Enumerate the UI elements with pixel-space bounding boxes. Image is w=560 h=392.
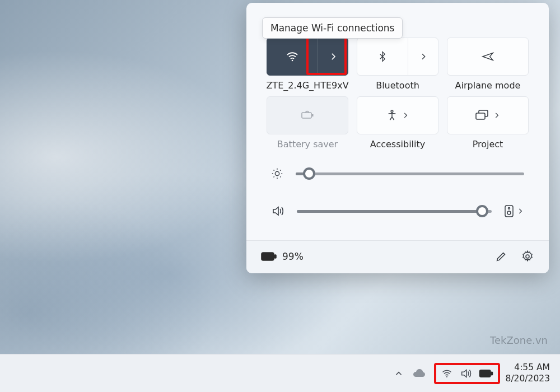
svg-point-9 — [507, 211, 511, 214]
chevron-right-icon — [493, 111, 501, 119]
battery-icon — [261, 251, 277, 262]
battery-tray-icon[interactable] — [479, 369, 493, 378]
wifi-manage-tooltip: Manage Wi-Fi connections — [262, 17, 403, 39]
bluetooth-tile[interactable] — [357, 38, 438, 76]
volume-tray-icon[interactable] — [460, 367, 472, 380]
brightness-slider[interactable] — [296, 172, 524, 175]
brightness-icon — [271, 167, 283, 180]
svg-point-13 — [446, 376, 447, 377]
edit-quick-settings-button[interactable] — [495, 250, 507, 263]
accessibility-tile-label: Accessibility — [370, 139, 425, 150]
airplane-mode-tile[interactable] — [447, 38, 529, 76]
svg-point-12 — [526, 255, 529, 258]
accessibility-icon — [386, 109, 398, 122]
project-icon — [475, 109, 489, 122]
volume-icon — [271, 204, 284, 218]
network-tray-icon[interactable] — [441, 368, 453, 379]
battery-saver-tile[interactable] — [267, 96, 348, 134]
clock-date: 8/20/2023 — [506, 374, 550, 384]
svg-rect-1 — [302, 113, 311, 118]
chevron-right-icon — [419, 52, 428, 61]
project-tile[interactable] — [447, 96, 529, 134]
quick-settings-panel: Manage Wi-Fi connections — [246, 3, 549, 273]
settings-button[interactable] — [521, 250, 534, 263]
svg-rect-14 — [479, 370, 491, 376]
wifi-tile[interactable] — [267, 38, 348, 76]
svg-rect-10 — [262, 253, 274, 260]
svg-rect-15 — [491, 372, 492, 375]
taskbar-clock[interactable]: 4:55 AM 8/20/2023 — [503, 362, 554, 384]
speaker-device-icon — [504, 204, 514, 218]
battery-saver-tile-label: Battery saver — [277, 139, 338, 150]
bluetooth-icon — [377, 50, 388, 63]
airplane-icon — [480, 50, 495, 63]
svg-rect-11 — [274, 255, 276, 258]
volume-slider[interactable] — [297, 210, 492, 213]
svg-rect-5 — [476, 113, 485, 119]
svg-point-8 — [508, 208, 510, 209]
annotation-highlight-tray — [434, 363, 500, 384]
bluetooth-tile-label: Bluetooth — [376, 80, 419, 91]
wifi-toggle[interactable] — [267, 38, 318, 75]
taskbar: 4:55 AM 8/20/2023 — [0, 354, 560, 392]
airplane-tile-label: Airplane mode — [455, 80, 521, 91]
svg-point-6 — [275, 171, 279, 175]
quick-settings-footer: 99% — [246, 240, 549, 273]
svg-rect-2 — [312, 114, 314, 116]
chevron-right-icon — [328, 52, 338, 62]
tray-overflow-button[interactable] — [394, 368, 404, 379]
wifi-tile-label: ZTE_2.4G_HTE9xV — [266, 80, 348, 91]
battery-saver-icon — [300, 110, 315, 121]
accessibility-tile[interactable] — [357, 96, 438, 134]
svg-point-0 — [292, 60, 293, 62]
system-tray — [394, 363, 500, 384]
wifi-expand-button[interactable] — [318, 38, 348, 75]
battery-percent-label: 99% — [282, 251, 304, 262]
onedrive-tray-icon[interactable] — [412, 368, 426, 379]
brightness-slider-row — [246, 155, 549, 184]
battery-status[interactable]: 99% — [261, 251, 304, 262]
svg-point-3 — [391, 110, 393, 113]
wifi-icon — [286, 50, 299, 63]
watermark-text: TekZone.vn — [490, 334, 548, 346]
clock-time: 4:55 AM — [506, 362, 550, 373]
project-tile-label: Project — [473, 139, 503, 150]
audio-output-select[interactable] — [504, 204, 524, 218]
chevron-right-icon — [516, 207, 524, 215]
bluetooth-toggle[interactable] — [357, 38, 408, 75]
bluetooth-expand-button[interactable] — [408, 38, 438, 75]
volume-slider-row — [246, 184, 549, 235]
chevron-right-icon — [402, 111, 409, 119]
